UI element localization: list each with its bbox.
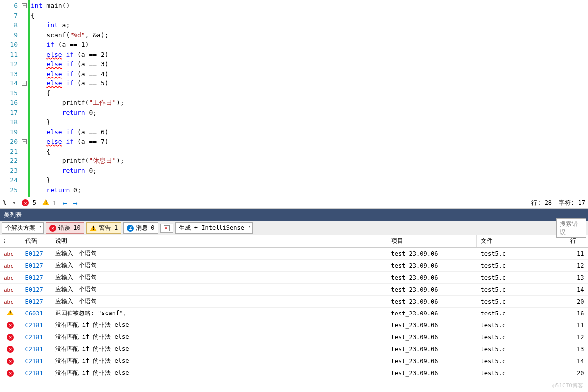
- error-file: test5.c: [477, 367, 566, 379]
- intellisense-toggle-button[interactable]: [160, 224, 173, 233]
- error-icon: ✕: [7, 370, 14, 377]
- error-project: test_23.09.06: [387, 355, 477, 367]
- code-area[interactable]: int main(){ int a; scanf("%d", &a); if (…: [30, 0, 588, 197]
- warnings-filter-button[interactable]: 警告 1: [86, 222, 121, 234]
- intellisense-error-icon: abc̲: [4, 251, 17, 257]
- error-count-indicator[interactable]: ✕ 5: [22, 199, 36, 207]
- error-line: 14: [566, 355, 588, 367]
- table-header-row[interactable]: ⁝ 代码 说明 项目 文件 行: [0, 235, 588, 248]
- error-file: test5.c: [477, 284, 566, 296]
- error-file: test5.c: [477, 248, 566, 260]
- error-project: test_23.09.06: [387, 260, 477, 272]
- error-file: test5.c: [477, 296, 566, 308]
- table-row[interactable]: C6031返回值被忽略: "scanf"。test_23.09.06test5.…: [0, 308, 588, 319]
- col-header-project[interactable]: 项目: [387, 235, 477, 248]
- error-description: 没有匹配 if 的非法 else: [51, 355, 387, 367]
- error-code-link[interactable]: E0127: [25, 250, 43, 257]
- error-file: test5.c: [477, 319, 566, 331]
- error-code-link[interactable]: C2181: [25, 334, 43, 341]
- error-code-link[interactable]: E0127: [25, 298, 43, 305]
- error-line: 13: [566, 272, 588, 284]
- intellisense-error-icon: abc̲: [4, 299, 17, 305]
- error-line: 13: [566, 343, 588, 355]
- col-header-icon[interactable]: ⁝: [0, 235, 21, 248]
- error-description: 应输入一个语句: [51, 272, 387, 284]
- nav-back-icon[interactable]: ←: [62, 198, 67, 208]
- warning-count-indicator[interactable]: 1: [42, 199, 56, 207]
- error-file: test5.c: [477, 260, 566, 272]
- error-icon: ✕: [22, 199, 29, 206]
- error-code-link[interactable]: C2181: [25, 346, 43, 353]
- error-line: 20: [566, 367, 588, 379]
- table-row[interactable]: abc̲E0127应输入一个语句test_23.09.06test5.c13: [0, 272, 588, 284]
- error-file: test5.c: [477, 343, 566, 355]
- error-project: test_23.09.06: [387, 308, 477, 319]
- messages-filter-button[interactable]: i消息 0: [123, 222, 158, 234]
- error-project: test_23.09.06: [387, 296, 477, 308]
- scope-dropdown[interactable]: 个解决方案: [2, 222, 44, 234]
- error-description: 没有匹配 if 的非法 else: [51, 331, 387, 343]
- error-code-link[interactable]: E0127: [25, 262, 43, 269]
- build-mode-dropdown[interactable]: 生成 + IntelliSense: [175, 222, 253, 234]
- nav-forward-icon[interactable]: →: [73, 198, 78, 208]
- table-row[interactable]: ✕C2181没有匹配 if 的非法 elsetest_23.09.06test5…: [0, 319, 588, 331]
- warning-icon: [7, 310, 14, 315]
- errors-filter-button[interactable]: ✕错误 10: [46, 222, 84, 234]
- error-line: 14: [566, 284, 588, 296]
- zoom-level[interactable]: %: [3, 199, 6, 206]
- col-header-file[interactable]: 文件: [477, 235, 566, 248]
- table-row[interactable]: ✕C2181没有匹配 if 的非法 elsetest_23.09.06test5…: [0, 367, 588, 379]
- error-description: 应输入一个语句: [51, 284, 387, 296]
- error-code-link[interactable]: C2181: [25, 370, 43, 377]
- error-filter-bar: 个解决方案 ✕错误 10 警告 1 i消息 0 生成 + IntelliSens…: [0, 221, 588, 235]
- error-line: 12: [566, 331, 588, 343]
- error-description: 没有匹配 if 的非法 else: [51, 343, 387, 355]
- fold-column[interactable]: − − −: [21, 0, 28, 197]
- table-row[interactable]: abc̲E0127应输入一个语句test_23.09.06test5.c12: [0, 260, 588, 272]
- error-description: 没有匹配 if 的非法 else: [51, 319, 387, 331]
- error-list-table: ⁝ 代码 说明 项目 文件 行 abc̲E0127应输入一个语句test_23.…: [0, 235, 588, 379]
- error-project: test_23.09.06: [387, 272, 477, 284]
- error-line: 11: [566, 319, 588, 331]
- cursor-char: 字符: 17: [559, 199, 585, 207]
- intellisense-icon: [164, 225, 170, 231]
- table-row[interactable]: abc̲E0127应输入一个语句test_23.09.06test5.c11: [0, 248, 588, 260]
- search-errors-input[interactable]: 搜索错误: [556, 218, 586, 238]
- error-description: 没有匹配 if 的非法 else: [51, 367, 387, 379]
- error-icon: ✕: [7, 322, 14, 329]
- error-description: 返回值被忽略: "scanf"。: [51, 308, 387, 319]
- col-header-desc[interactable]: 说明: [51, 235, 387, 248]
- table-row[interactable]: ✕C2181没有匹配 if 的非法 elsetest_23.09.06test5…: [0, 343, 588, 355]
- col-header-code[interactable]: 代码: [21, 235, 51, 248]
- error-code-link[interactable]: C2181: [25, 322, 43, 329]
- table-row[interactable]: abc̲E0127应输入一个语句test_23.09.06test5.c20: [0, 296, 588, 308]
- intellisense-error-icon: abc̲: [4, 263, 17, 269]
- error-list-panel-title: 吴列表: [0, 209, 588, 221]
- error-code-link[interactable]: C6031: [25, 310, 43, 317]
- error-project: test_23.09.06: [387, 248, 477, 260]
- error-project: test_23.09.06: [387, 284, 477, 296]
- error-line: 20: [566, 296, 588, 308]
- error-code-link[interactable]: C2181: [25, 358, 43, 365]
- error-description: 应输入一个语句: [51, 296, 387, 308]
- error-file: test5.c: [477, 331, 566, 343]
- error-file: test5.c: [477, 355, 566, 367]
- info-icon: i: [127, 225, 134, 232]
- error-code-link[interactable]: E0127: [25, 286, 43, 293]
- error-code-link[interactable]: E0127: [25, 274, 43, 281]
- error-line: 11: [566, 248, 588, 260]
- error-description: 应输入一个语句: [51, 260, 387, 272]
- status-bar: % ▾ ✕ 5 1 ← → 行: 28 字符: 17: [0, 197, 588, 209]
- line-number-gutter: 678910111213141516171819202122232425: [0, 0, 21, 197]
- intellisense-error-icon: abc̲: [4, 287, 17, 293]
- error-project: test_23.09.06: [387, 319, 477, 331]
- error-project: test_23.09.06: [387, 331, 477, 343]
- error-icon: ✕: [7, 346, 14, 353]
- error-line: 12: [566, 260, 588, 272]
- table-row[interactable]: abc̲E0127应输入一个语句test_23.09.06test5.c14: [0, 284, 588, 296]
- error-file: test5.c: [477, 272, 566, 284]
- table-row[interactable]: ✕C2181没有匹配 if 的非法 elsetest_23.09.06test5…: [0, 331, 588, 343]
- table-row[interactable]: ✕C2181没有匹配 if 的非法 elsetest_23.09.06test5…: [0, 355, 588, 367]
- cursor-line: 行: 28: [531, 199, 552, 207]
- code-editor[interactable]: 678910111213141516171819202122232425 − −…: [0, 0, 588, 197]
